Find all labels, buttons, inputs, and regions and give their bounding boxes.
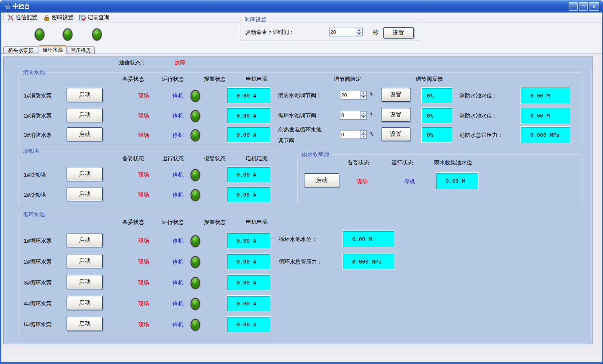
valve-label-line1: 余热发电循环水池: [278, 126, 322, 133]
valve-set-button[interactable]: 设置: [381, 127, 410, 141]
toolbar-item-comm-config[interactable]: 通信配置: [6, 13, 39, 22]
stepper-arrows: [356, 28, 362, 36]
percent-unit-label: %: [370, 131, 373, 137]
drive-command-time-input[interactable]: [330, 28, 356, 36]
column-header-run: 运行状态: [154, 218, 192, 226]
pump-row: 启动 现场 停机 0.00 M: [298, 172, 582, 190]
start-button[interactable]: 启动: [67, 167, 103, 181]
spin-up-icon[interactable]: [356, 28, 362, 32]
rain-level-display: 0.00 M: [436, 172, 479, 189]
drive-command-time-stepper[interactable]: [329, 28, 363, 36]
tab-bridgehead-pump-house[interactable]: 桥头水泵房: [3, 46, 38, 54]
column-header-run: 运行状态: [384, 159, 421, 167]
alarm-led: [191, 298, 200, 310]
circ-level-display: 0.00 M: [343, 231, 394, 247]
column-header-run: 运行状态: [154, 155, 192, 162]
spin-down-icon[interactable]: [360, 95, 366, 100]
time-set-button[interactable]: 设置: [383, 27, 414, 38]
start-button[interactable]: 启动: [67, 254, 103, 268]
ready-status: 现场: [125, 191, 162, 199]
column-header-ready: 备妥状态: [114, 75, 152, 83]
pump-row: 4#循环水泵 启动 现场 停机 0.00 A: [19, 295, 275, 313]
column-header-level: 雨水收集池水位: [422, 159, 484, 167]
group-label: 时间设置: [243, 16, 268, 23]
status-led-3: [92, 28, 102, 41]
drive-command-time-label: 驱动命令下达时间：: [245, 28, 294, 36]
valve-row: 消防水池调节阀： % 设置 0% 消防水池水位： 0.00 M: [19, 87, 582, 105]
maximize-button[interactable]: □: [579, 2, 588, 11]
motor-current-display: 0.00 A: [227, 254, 271, 269]
spin-down-icon[interactable]: [356, 32, 362, 36]
records-query-icon: [79, 14, 86, 21]
percent-unit-label: %: [370, 112, 373, 118]
spin-down-icon[interactable]: [360, 115, 366, 120]
ready-status: 现场: [125, 279, 162, 287]
valve-setpoint-stepper[interactable]: [340, 111, 367, 120]
start-button[interactable]: 启动: [67, 317, 103, 331]
column-header-ready: 备妥状态: [114, 218, 152, 226]
comm-config-tools-icon: [7, 14, 14, 21]
start-button[interactable]: 启动: [304, 173, 339, 187]
meter-display: 0.00 M: [521, 107, 570, 124]
valve-set-button[interactable]: 设置: [381, 108, 410, 122]
valve-setpoint-input[interactable]: [340, 91, 360, 99]
start-button[interactable]: 启动: [67, 275, 103, 289]
toolbar-item-password-settings[interactable]: 密码设置: [42, 13, 75, 22]
toolbar-item-records-query[interactable]: 记录查询: [78, 13, 111, 22]
pump-name: 1#循环水泵: [24, 237, 52, 245]
start-button[interactable]: 启动: [67, 233, 103, 247]
pump-row: 1#循环水泵 启动 现场 停机 0.00 A: [19, 232, 275, 250]
column-header-valve-feedback: 调节阀反馈: [410, 75, 448, 83]
comm-status-value: 故障: [175, 59, 186, 67]
percent-unit-label: %: [370, 92, 373, 97]
meter-display: 0.000 MPa: [521, 126, 570, 143]
group-label: 冷却塔: [21, 148, 41, 154]
pump-name: 1#冷却塔: [24, 171, 46, 179]
alarm-led: [191, 319, 200, 331]
tab-page: 通信状态： 故障 消防水池 备妥状态 运行状态 报警状态 电机电流 调节阀给定 …: [1, 54, 602, 359]
main-panel: 通信状态： 故障 消防水池 备妥状态 运行状态 报警状态 电机电流 调节阀给定 …: [3, 56, 593, 344]
title-bar: 中控台 ─ □ ×: [0, 0, 603, 13]
indicator-zone: 时间设置 驱动命令下达时间： 秒 设置: [1, 23, 602, 45]
spin-up-icon[interactable]: [360, 131, 366, 135]
central-console-window: 中控台 ─ □ × 通信配置 密码设置: [0, 0, 603, 364]
window-border-bottom: [0, 362, 603, 364]
spin-up-icon[interactable]: [360, 91, 366, 95]
spin-down-icon[interactable]: [360, 135, 366, 139]
motor-current-display: 0.00 A: [227, 274, 271, 290]
close-button[interactable]: ×: [589, 2, 599, 11]
toolbar-label: 记录查询: [88, 14, 109, 21]
tab-circulation-pool[interactable]: 循环水池: [39, 45, 67, 54]
cooling-tower-group: 冷却塔 备妥状态 运行状态 报警状态 电机电流 1#冷却塔 启动 现场 停机 0…: [18, 151, 275, 206]
pump-row: 3#循环水泵 启动 现场 停机 0.00 A: [19, 274, 275, 292]
status-led-1: [35, 28, 44, 41]
ready-status: 现场: [125, 171, 162, 179]
stepper-arrows: [360, 131, 366, 138]
meter-display: 0.00 M: [521, 87, 570, 104]
valve-row: 循环水池调节阀： % 设置 0% 消防水池水位： 0.00 M: [19, 107, 582, 125]
minimize-button[interactable]: ─: [569, 2, 578, 11]
column-header-current: 电机电流: [238, 155, 276, 162]
valve-set-button[interactable]: 设置: [381, 88, 410, 102]
pump-row: 5#循环水泵 启动 现场 停机 0.00 A: [19, 315, 275, 334]
valve-setpoint-stepper[interactable]: [340, 91, 367, 100]
motor-current-display: 0.00 A: [227, 295, 271, 311]
start-button[interactable]: 启动: [67, 187, 103, 201]
spin-up-icon[interactable]: [360, 111, 366, 115]
valve-label-line2: 调节阀：: [278, 137, 300, 144]
alarm-led: [191, 189, 200, 201]
alarm-led: [191, 256, 200, 268]
tab-air-compressor-room[interactable]: 空压机房: [67, 46, 95, 54]
column-header-ready: 备妥状态: [114, 155, 152, 162]
motor-current-display: 0.00 A: [227, 187, 271, 203]
pump-name: 3#循环水泵: [24, 279, 52, 287]
valve-feedback-display: 0%: [421, 108, 452, 123]
valve-setpoint-stepper[interactable]: [340, 130, 367, 139]
valve-setpoint-input[interactable]: [340, 131, 360, 138]
run-status: 停机: [391, 178, 428, 185]
ready-status: 现场: [125, 300, 162, 308]
start-button[interactable]: 启动: [67, 296, 103, 310]
column-header-alarm: 报警状态: [196, 155, 234, 162]
group-label: 消防水池: [21, 69, 46, 75]
valve-setpoint-input[interactable]: [340, 111, 360, 119]
